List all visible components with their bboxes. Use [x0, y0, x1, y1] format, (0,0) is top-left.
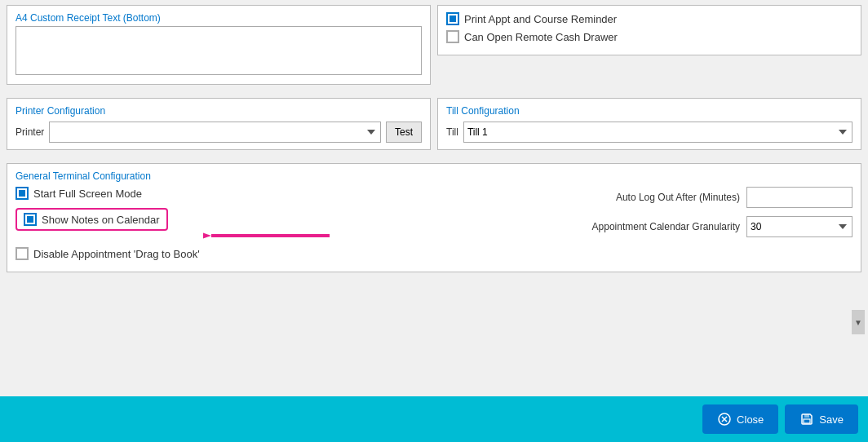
- right-col: Print Appt and Course Reminder Can Open …: [437, 5, 861, 91]
- main-content: A4 Custom Receipt Text (Bottom) Print Ap…: [0, 0, 868, 396]
- till-config-title: Till Configuration: [446, 105, 852, 117]
- save-label: Save: [819, 413, 844, 426]
- receipt-text-section: A4 Custom Receipt Text (Bottom): [7, 5, 431, 85]
- top-row: A4 Custom Receipt Text (Bottom) Print Ap…: [7, 5, 861, 91]
- print-appt-row: Print Appt and Course Reminder: [446, 12, 852, 25]
- till-box: Till Configuration Till Till 1: [437, 98, 861, 150]
- printer-config-title: Printer Configuration: [16, 105, 422, 117]
- auto-logout-row: Auto Log Out After (Minutes): [439, 187, 852, 208]
- printer-label: Printer: [16, 126, 44, 138]
- start-fullscreen-row: Start Full Screen Mode: [16, 187, 429, 200]
- print-appt-checkbox[interactable]: [446, 12, 459, 25]
- left-col: A4 Custom Receipt Text (Bottom): [7, 5, 431, 91]
- general-grid: Start Full Screen Mode Show Notes on Cal…: [16, 187, 852, 265]
- scroll-down-icon: ▼: [854, 318, 862, 327]
- show-notes-checkbox[interactable]: [24, 213, 37, 226]
- can-open-checkbox[interactable]: [446, 30, 459, 43]
- printer-select[interactable]: [49, 122, 381, 143]
- show-notes-label: Show Notes on Calendar: [42, 214, 160, 226]
- close-label: Close: [737, 413, 764, 426]
- disable-appt-label: Disable Appointment 'Drag to Book': [33, 248, 200, 260]
- show-notes-container: Show Notes on Calendar: [16, 208, 429, 239]
- right-checkboxes-section: Print Appt and Course Reminder Can Open …: [437, 5, 861, 55]
- printer-section: Printer Configuration Printer Test: [7, 98, 431, 157]
- till-field: Till Till 1: [446, 122, 852, 143]
- save-button[interactable]: Save: [785, 404, 858, 434]
- printer-box: Printer Configuration Printer Test: [7, 98, 431, 150]
- till-select[interactable]: Till 1: [463, 122, 852, 143]
- scroll-down-button[interactable]: ▼: [852, 310, 865, 334]
- footer-bar: Close Save: [0, 396, 868, 442]
- save-icon: [799, 412, 814, 427]
- general-right: Auto Log Out After (Minutes) Appointment…: [439, 187, 852, 265]
- printer-field: Printer Test: [16, 122, 422, 143]
- auto-logout-label: Auto Log Out After (Minutes): [616, 192, 740, 203]
- config-row: Printer Configuration Printer Test Till …: [7, 98, 861, 157]
- general-left: Start Full Screen Mode Show Notes on Cal…: [16, 187, 429, 265]
- print-appt-label: Print Appt and Course Reminder: [464, 13, 617, 25]
- page-wrapper: A4 Custom Receipt Text (Bottom) Print Ap…: [0, 0, 868, 442]
- start-fullscreen-checkbox[interactable]: [16, 187, 29, 200]
- close-button[interactable]: Close: [702, 404, 778, 434]
- can-open-row: Can Open Remote Cash Drawer: [446, 30, 852, 43]
- arrow-indicator: [203, 219, 334, 254]
- till-label: Till: [446, 126, 458, 138]
- general-config-title: General Terminal Configuration: [16, 170, 852, 182]
- svg-rect-5: [804, 414, 809, 418]
- general-terminal-section: General Terminal Configuration Start Ful…: [7, 163, 861, 272]
- close-icon: [717, 412, 732, 427]
- granularity-row: Appointment Calendar Granularity 30: [439, 216, 852, 237]
- show-notes-row: Show Notes on Calendar: [16, 208, 168, 231]
- till-section: Till Configuration Till Till 1: [437, 98, 861, 157]
- granularity-select[interactable]: 30: [746, 216, 852, 237]
- receipt-text-input[interactable]: [16, 26, 422, 75]
- test-button[interactable]: Test: [386, 122, 422, 143]
- granularity-label: Appointment Calendar Granularity: [592, 221, 740, 232]
- svg-rect-6: [804, 419, 810, 423]
- disable-appt-checkbox[interactable]: [16, 247, 29, 260]
- start-fullscreen-label: Start Full Screen Mode: [33, 188, 142, 200]
- receipt-text-label: A4 Custom Receipt Text (Bottom): [16, 12, 422, 24]
- can-open-label: Can Open Remote Cash Drawer: [464, 31, 618, 43]
- auto-logout-input[interactable]: [746, 187, 852, 208]
